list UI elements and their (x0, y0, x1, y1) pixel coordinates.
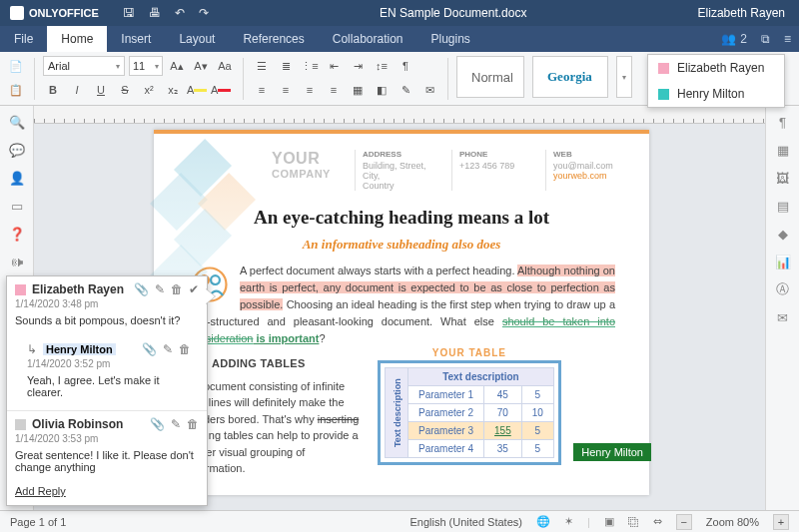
tab-insert[interactable]: Insert (107, 26, 165, 52)
image-settings-icon[interactable]: 🖼 (775, 170, 791, 186)
comment-body: Great sentence! I like it. Please don't … (7, 447, 207, 481)
tab-plugins[interactable]: Plugins (417, 26, 484, 52)
section-title: 1 ADDING TABLES (188, 355, 364, 372)
feedback-icon[interactable]: ❓ (9, 226, 25, 242)
delete-icon[interactable]: 🗑 (187, 417, 199, 431)
open-location-icon[interactable]: ⧉ (761, 32, 770, 46)
bullets-icon[interactable]: ☰ (252, 56, 272, 76)
style-expand-icon[interactable]: ▾ (616, 56, 632, 98)
strike-icon[interactable]: S (115, 80, 135, 100)
resolve-icon[interactable]: ✔ (189, 282, 199, 296)
align-left-icon[interactable]: ≡ (252, 80, 272, 100)
undo-icon[interactable]: ↶ (175, 6, 185, 20)
shading-icon[interactable]: ◧ (372, 80, 392, 100)
paste-icon[interactable]: 📋 (6, 80, 26, 100)
heading-sub[interactable]: An informative subheading also does (188, 237, 615, 253)
header-settings-icon[interactable]: ▤ (775, 198, 791, 214)
tab-home[interactable]: Home (47, 26, 107, 52)
attach-icon[interactable]: 📎 (134, 282, 149, 296)
comment-time: 1/14/2020 3:48 pm (7, 298, 207, 312)
bold-icon[interactable]: B (43, 80, 63, 100)
collaborators-button[interactable]: 👥 2 (721, 32, 747, 46)
delete-icon[interactable]: 🗑 (179, 342, 191, 356)
table-settings-icon[interactable]: ▦ (775, 142, 791, 158)
zoom-indicator[interactable]: Zoom 80% (706, 516, 759, 528)
menu-more-icon[interactable]: ≡ (784, 32, 791, 46)
align-center-icon[interactable]: ≡ (276, 80, 296, 100)
style-quote[interactable]: Georgia (532, 56, 608, 98)
zoom-in-button[interactable]: + (773, 514, 789, 530)
paragraph-1[interactable]: A perfect document always starts with a … (188, 263, 615, 347)
ruler[interactable] (34, 106, 765, 124)
comments-panel: Elizabeth Rayen 📎 ✎ 🗑 ✔ 1/14/2020 3:48 p… (6, 275, 208, 506)
mailmerge-icon[interactable]: ✉ (419, 80, 439, 100)
swatch-icon (15, 419, 26, 430)
highlight-icon[interactable]: A (187, 80, 207, 100)
tab-collaboration[interactable]: Collaboration (319, 26, 417, 52)
shape-settings-icon[interactable]: ◆ (775, 226, 791, 242)
page-indicator[interactable]: Page 1 of 1 (10, 516, 66, 528)
sample-table[interactable]: Text descriptionText description Paramet… (378, 360, 561, 465)
copy-icon[interactable]: 📄 (6, 56, 26, 76)
edit-icon[interactable]: ✎ (155, 282, 165, 296)
about-icon[interactable]: 🕪 (9, 254, 25, 269)
fit-icon[interactable]: ⇔ (653, 515, 662, 528)
delete-icon[interactable]: 🗑 (171, 282, 183, 296)
italic-icon[interactable]: I (67, 80, 87, 100)
tab-file[interactable]: File (0, 26, 47, 52)
comments-panel-icon[interactable]: 💬 (9, 142, 25, 158)
paragraph-settings-icon[interactable]: ¶ (775, 114, 791, 130)
font-color-icon[interactable]: A (211, 80, 231, 100)
print-icon[interactable]: 🖶 (149, 6, 161, 20)
multilevel-icon[interactable]: ⋮≡ (300, 56, 320, 76)
people-icon: 👥 (721, 32, 736, 46)
indent-inc-icon[interactable]: ⇥ (348, 56, 368, 76)
redo-icon[interactable]: ↷ (199, 6, 209, 20)
search-icon[interactable]: 🔍 (9, 114, 25, 130)
indent-dec-icon[interactable]: ⇤ (324, 56, 344, 76)
heading-main[interactable]: An eye-catching heading means a lot (188, 207, 615, 229)
chat-icon[interactable]: 👤 (9, 170, 25, 186)
fit-width-icon[interactable]: ⿻ (628, 516, 639, 528)
merge-icon[interactable]: ▦ (348, 80, 368, 100)
superscript-icon[interactable]: x² (139, 80, 159, 100)
table-title: YOUR TABLE (378, 347, 561, 358)
increase-size-icon[interactable]: A▴ (167, 56, 187, 76)
change-case-icon[interactable]: Aa (215, 56, 235, 76)
decrease-size-icon[interactable]: A▾ (191, 56, 211, 76)
underline-icon[interactable]: U (91, 80, 111, 100)
spellcheck-icon[interactable]: 🌐 (536, 515, 550, 528)
chart-settings-icon[interactable]: 📊 (775, 254, 791, 269)
subscript-icon[interactable]: x₂ (163, 80, 183, 100)
numbering-icon[interactable]: ≣ (276, 56, 296, 76)
tracking-icon[interactable]: ✶ (564, 515, 573, 528)
edit-icon[interactable]: ✎ (171, 417, 181, 431)
document-page[interactable]: YOUR COMPANY ADDRESS Building, Street, C… (154, 130, 649, 495)
tab-layout[interactable]: Layout (165, 26, 229, 52)
tab-references[interactable]: References (229, 26, 318, 52)
collab-item[interactable]: Elizabeth Rayen (648, 55, 784, 81)
language-indicator[interactable]: English (United States) (409, 516, 522, 528)
attach-icon[interactable]: 📎 (142, 342, 157, 356)
style-normal[interactable]: Normal (456, 56, 524, 98)
size-select[interactable]: 11▾ (129, 56, 163, 76)
line-spacing-icon[interactable]: ↕≡ (372, 56, 392, 76)
align-right-icon[interactable]: ≡ (300, 80, 320, 100)
navigation-icon[interactable]: ▭ (9, 198, 25, 214)
paragraph-tables[interactable]: A document consisting of infinite text l… (188, 378, 364, 477)
edit-icon[interactable]: ✎ (163, 342, 173, 356)
mail-settings-icon[interactable]: ✉ (775, 309, 791, 325)
collaborators-dropdown: Elizabeth Rayen Henry Milton (647, 54, 785, 108)
font-select[interactable]: Arial▾ (43, 56, 125, 76)
paragraph-mark-icon[interactable]: ¶ (396, 56, 415, 76)
textart-settings-icon[interactable]: Ⓐ (775, 281, 791, 297)
align-justify-icon[interactable]: ≡ (324, 80, 344, 100)
zoom-out-button[interactable]: − (676, 514, 692, 530)
attach-icon[interactable]: 📎 (150, 417, 165, 431)
fit-page-icon[interactable]: ▣ (604, 515, 614, 528)
collab-item[interactable]: Henry Milton (648, 81, 784, 107)
current-user[interactable]: Elizabeth Rayen (684, 6, 799, 20)
add-reply-button[interactable]: Add Reply (7, 481, 207, 505)
save-icon[interactable]: 🖫 (123, 6, 135, 20)
clear-style-icon[interactable]: ✎ (396, 80, 415, 100)
